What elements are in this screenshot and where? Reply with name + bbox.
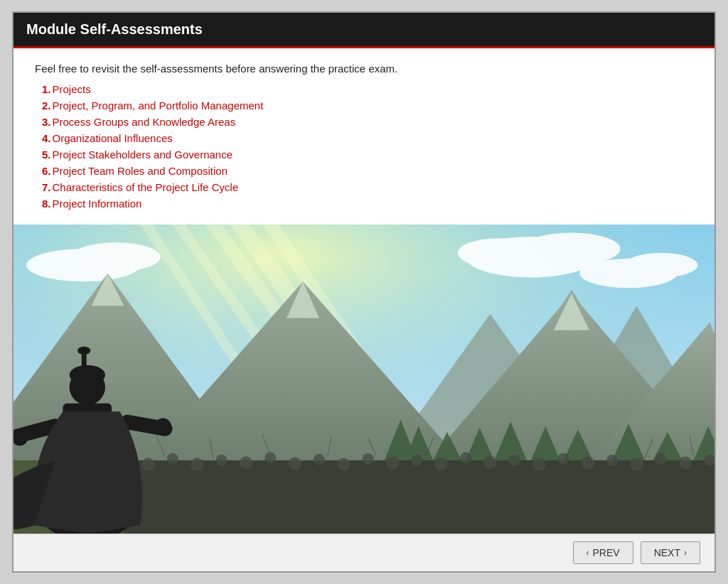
svg-rect-77	[82, 350, 87, 379]
prev-label: PREV	[593, 547, 620, 558]
svg-point-55	[606, 455, 618, 466]
svg-point-82	[155, 418, 171, 434]
svg-point-78	[77, 347, 90, 355]
list-item: 1.Projects	[42, 83, 693, 95]
next-button[interactable]: NEXT ›	[641, 541, 700, 564]
next-arrow-icon: ›	[684, 548, 687, 558]
module-title: Module Self-Assessments	[26, 21, 203, 37]
item-number: 4.	[42, 132, 51, 144]
assessment-link-3[interactable]: Process Groups and Knowledge Areas	[53, 116, 236, 128]
item-number: 7.	[42, 181, 51, 193]
assessment-link-1[interactable]: Projects	[53, 83, 91, 95]
svg-point-38	[191, 458, 203, 471]
assessment-link-5[interactable]: Project Stakeholders and Governance	[53, 148, 232, 161]
svg-point-39	[216, 455, 228, 466]
svg-point-46	[386, 456, 399, 469]
prev-arrow-icon: ‹	[587, 548, 589, 558]
assessment-link-2[interactable]: Project, Program, and Portfolio Manageme…	[53, 99, 264, 112]
prev-button[interactable]: ‹ PREV	[573, 541, 633, 564]
assessment-list: 1.Projects 2.Project, Program, and Portf…	[35, 83, 693, 210]
svg-point-40	[240, 456, 252, 469]
svg-point-56	[630, 458, 643, 471]
svg-point-41	[264, 453, 276, 464]
svg-point-37	[167, 453, 178, 465]
svg-point-53	[557, 453, 569, 465]
list-item: 2.Project, Program, and Portfolio Manage…	[42, 99, 693, 112]
list-item: 6.Project Team Roles and Composition	[42, 165, 693, 177]
svg-point-57	[655, 453, 667, 465]
list-item: 4.Organizational Influences	[42, 132, 693, 144]
list-item: 3.Process Groups and Knowledge Areas	[42, 116, 693, 128]
list-item: 5.Project Stakeholders and Governance	[42, 148, 693, 161]
main-container: Module Self-Assessments Feel free to rev…	[12, 11, 716, 573]
svg-point-76	[70, 365, 105, 384]
content-area: Feel free to revisit the self-assessment…	[14, 48, 714, 225]
assessment-link-8[interactable]: Project Information	[53, 198, 142, 210]
svg-point-49	[460, 453, 471, 464]
svg-point-51	[509, 455, 520, 466]
svg-point-58	[679, 456, 692, 469]
next-label: NEXT	[654, 547, 680, 558]
intro-text: Feel free to revisit the self-assessment…	[35, 63, 693, 75]
svg-point-54	[582, 456, 594, 469]
svg-point-52	[532, 458, 545, 471]
navigation-bar: ‹ PREV NEXT ›	[14, 534, 714, 571]
item-number: 6.	[42, 165, 51, 177]
svg-point-11	[624, 253, 697, 277]
svg-point-9	[458, 238, 539, 267]
svg-point-44	[337, 458, 350, 471]
svg-point-36	[141, 458, 154, 471]
item-number: 2.	[42, 99, 51, 112]
svg-point-47	[411, 455, 422, 466]
svg-rect-35	[124, 460, 714, 534]
svg-point-45	[363, 453, 374, 465]
assessment-link-6[interactable]: Project Team Roles and Composition	[53, 165, 228, 177]
svg-point-50	[483, 456, 496, 469]
assessment-link-4[interactable]: Organizational Influences	[53, 132, 173, 144]
item-number: 5.	[42, 148, 51, 161]
item-number: 3.	[42, 116, 51, 128]
item-number: 8.	[42, 198, 51, 210]
svg-point-13	[71, 242, 161, 271]
list-item: 7.Characteristics of the Project Life Cy…	[42, 181, 693, 193]
svg-point-43	[314, 454, 325, 465]
assessment-link-7[interactable]: Characteristics of the Project Life Cycl…	[53, 181, 239, 193]
item-number: 1.	[42, 83, 51, 95]
list-item: 8.Project Information	[42, 198, 693, 210]
svg-point-48	[435, 458, 448, 471]
svg-point-42	[289, 457, 301, 470]
module-header: Module Self-Assessments	[14, 13, 714, 48]
illustration-area	[14, 225, 714, 534]
